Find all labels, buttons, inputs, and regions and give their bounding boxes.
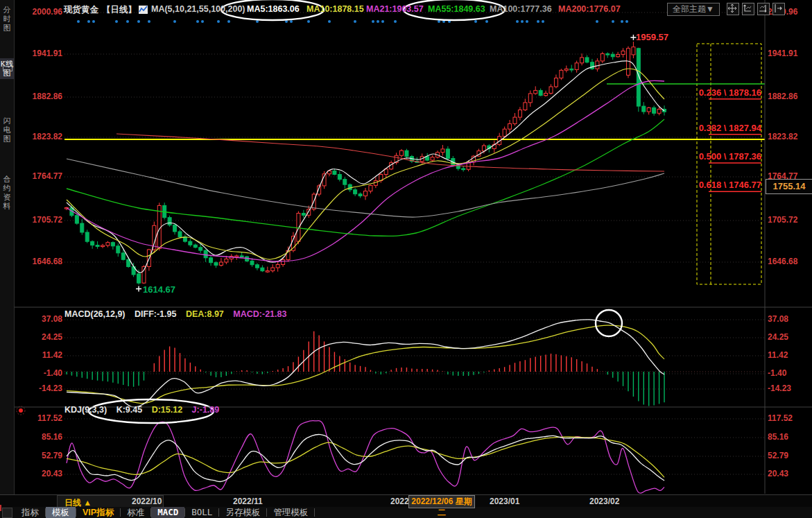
event-dot-icon [126,20,129,23]
fib-level-label: 0.500 \ 1787.36 [630,151,761,162]
event-dot-icon [542,20,544,23]
d-line [67,437,664,477]
event-dot-icon [354,20,356,23]
alert-dot-icon [19,408,23,413]
scroll-left-button[interactable] [2,508,12,518]
event-dot-icon [115,20,118,23]
indicator-tab-bar: 指标 模板 VIP指标 标准 MACD BOLL 另存模板 管理模板 [0,507,812,518]
tab-indicators[interactable]: 指标 [15,507,45,518]
event-dot-icon [92,20,95,23]
diff-line [67,320,664,407]
event-dot-icon [596,20,598,23]
event-dot-icon [87,20,90,23]
chart-application: 分时图 K线图 闪电图 合约资料 现货黄金 【日线】 MA(5,10,21,55… [0,0,812,518]
high-price-annotation: 1959.57 [636,32,668,42]
event-dot-icon [526,20,528,23]
event-dot-icon [621,20,623,23]
period-tag: 【日线】 [102,4,137,16]
fib-level-label: 0.382 \ 1827.94 [630,123,761,133]
event-dot-icon [137,20,140,23]
kdj-k-value: K:9.45 [116,405,143,415]
sidebar: 分时图 K线图 闪电图 合约资料 [0,0,15,494]
ma5-value: MA5:1863.06 [247,4,300,14]
month-label: 2023/02 [589,497,619,506]
event-dot-icon [394,20,397,23]
ma21-value: MA21:1903.57 [366,4,424,14]
event-dot-icon [77,20,80,23]
event-dot-icon [173,20,176,23]
ma100-value: MA100:1777.36 [490,4,552,14]
event-dot-icon [307,20,310,23]
tab-boll[interactable]: BOLL [185,507,218,518]
event-dot-icon [381,20,384,23]
macd-title: MACD(26,12,9) [64,309,126,319]
event-dot-icon [290,20,293,23]
event-dot-icon [372,20,374,23]
event-dot-icon [612,20,614,23]
event-dot-icon [625,20,628,23]
chart-header: 现货黄金 【日线】 MA(5,10,21,55,100,200) MA5:186… [0,0,812,19]
tab-standard[interactable]: 标准 [121,507,150,518]
event-dot-icon [474,20,477,23]
chart-canvas[interactable] [0,0,812,494]
event-dot-icon [377,20,379,23]
line-chart-icon [139,5,148,17]
event-dot-icon [196,20,199,23]
kdj-j-value: J:-1.89 [192,405,220,415]
event-dot-icon [516,20,519,23]
tab-manage-templates[interactable]: 管理模板 [267,507,314,518]
sidebar-item-timeline-chart[interactable]: 分时图 [0,4,14,34]
month-label: 2022/10 [132,497,162,506]
event-dot-icon [521,20,524,23]
tab-macd[interactable]: MACD [151,507,184,518]
symbol-name: 现货黄金 [64,4,98,16]
sidebar-item-contract-info[interactable]: 合约资料 [0,173,14,212]
month-label: 2022/11 [233,497,263,506]
axis-left-icon[interactable] [742,3,754,15]
event-dot-icon [328,20,331,23]
sidebar-item-lightning-chart[interactable]: 闪电图 [0,115,14,145]
scrollbar-fragment [0,505,1,511]
event-dot-icon [227,20,230,23]
crosshair-price-readout: 1755.14 [766,179,812,194]
tab-vip-indicators[interactable]: VIP指标 [76,507,120,518]
axis-right-icon[interactable] [757,3,770,15]
fib-level-label: 0.236 \ 1878.16 [630,87,761,98]
low-price-annotation: 1614.67 [143,284,175,295]
crosshair-date-readout: 2022/12/06 星期二 [408,495,475,508]
macd-dea-value: DEA:8.97 [186,309,224,319]
macd-value: MACD:-21.83 [233,309,286,319]
move-cross-icon[interactable] [727,3,739,15]
xaxis-row: 日线 ▲ 2022/10 2022/11 2022/12 2023/01 202… [0,494,812,508]
event-dot-icon [485,20,488,23]
tab-save-template[interactable]: 另存模板 [219,507,266,518]
macd-pane-header: MACD(26,12,9) DIFF:-1.95 DEA:8.97 MACD:-… [64,309,293,319]
month-label: 2023/01 [490,497,519,506]
kline-letter-frame [3,61,12,71]
ma-params-label: MA(5,10,21,55,100,200) [151,4,245,14]
ma10-value: MA10:1878.15 [306,4,364,14]
event-dot-icon [148,20,150,23]
event-dot-icon [217,20,220,23]
event-dot-icon [201,20,204,23]
macd-diff-value: DIFF:-1.95 [135,309,176,319]
kdj-pane-header: KDJ(9,3,3) K:9.45 D:15.12 J:-1.89 [64,405,226,415]
tab-templates[interactable]: 模板 [46,507,76,518]
fib-level-label: 0.618 \ 1746.77 [630,180,761,190]
kdj-d-value: D:15.12 [152,405,182,415]
pane-shift-icon[interactable] [772,3,785,15]
ma55-value: MA55:1849.63 [428,4,485,14]
candlestick-series [65,42,666,284]
kdj-title: KDJ(9,3,3) [64,405,107,415]
ma200-value: MA200:1776.07 [558,4,621,14]
event-dot-icon [537,20,539,23]
theme-selector-button[interactable]: 全部主题▼ [667,3,720,16]
